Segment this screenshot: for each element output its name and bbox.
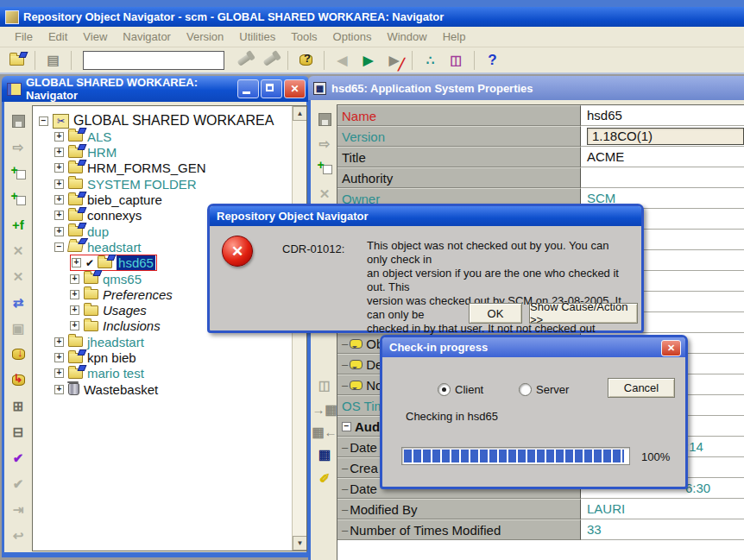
menu-edit[interactable]: Edit — [41, 28, 75, 46]
cancel-button[interactable]: Cancel — [608, 378, 675, 398]
tree-item-bieb-capture[interactable]: +bieb_capture — [33, 192, 162, 208]
menu-window[interactable]: Window — [379, 28, 434, 46]
check-in-button[interactable]: ✔ — [7, 473, 29, 494]
navigate-button[interactable]: ⇨ — [7, 136, 29, 157]
property-value[interactable]: ACME — [581, 147, 744, 167]
save-button[interactable] — [7, 110, 29, 131]
tree-item-wastebasket[interactable]: +Wastebasket — [33, 381, 158, 397]
to-grid-button[interactable]: →▦ — [313, 399, 336, 419]
tree-item-usages[interactable]: +Usages — [33, 303, 147, 318]
expand-icon[interactable]: + — [54, 163, 64, 173]
navigator-titlebar[interactable]: GLOBAL SHARED WORKAREA: Navigator ✕ — [2, 76, 309, 102]
tree-item-global-shared-workarea[interactable]: −✂GLOBAL SHARED WORKAREA — [33, 113, 274, 129]
download-objects-button[interactable]: ↓ — [7, 343, 29, 364]
property-value[interactable]: LAURI — [581, 499, 744, 519]
toolbar-text-input[interactable] — [83, 51, 224, 70]
properties-titlebar[interactable]: ▦ hsd65: Application System Properties — [308, 76, 744, 100]
menu-utilities[interactable]: Utilities — [231, 28, 283, 46]
expand-all-button[interactable]: ⊞ — [7, 395, 29, 416]
menu-options[interactable]: Options — [325, 28, 380, 46]
menu-navigator[interactable]: Navigator — [115, 28, 179, 46]
no-checkin-button[interactable]: ▶╱ — [382, 49, 406, 71]
property-value[interactable]: hsd65 — [581, 105, 744, 126]
create-child-button[interactable] — [7, 188, 29, 209]
print-button[interactable]: ▤ — [41, 49, 65, 71]
undo-checkout-button[interactable]: ↩ — [7, 525, 29, 545]
tree-item-system-folder[interactable]: +SYSTEM FOLDER — [33, 176, 197, 192]
tree-item-dup[interactable]: +dup — [33, 223, 109, 239]
from-grid-button[interactable]: ▦← — [313, 421, 336, 442]
menu-tools[interactable]: Tools — [283, 28, 325, 46]
help-button[interactable]: ? — [481, 49, 504, 71]
tree-item-inclusions[interactable]: +Inclusions — [33, 318, 161, 334]
forward-button[interactable]: ▶ — [356, 49, 380, 71]
expand-icon[interactable]: + — [72, 258, 81, 267]
expand-icon[interactable]: + — [54, 132, 64, 142]
menu-view[interactable]: View — [75, 28, 115, 46]
expand-icon[interactable]: + — [54, 211, 64, 220]
tree-item-preferences[interactable]: +Preferences — [33, 286, 173, 302]
navigate-button[interactable]: ⇨ — [313, 133, 336, 154]
minimize-button[interactable] — [237, 79, 259, 98]
server-radio[interactable] — [519, 383, 532, 396]
scroll-down-icon[interactable]: ▼ — [293, 536, 307, 551]
scroll-up-icon[interactable]: ▲ — [293, 106, 307, 121]
create-object-button[interactable] — [7, 162, 29, 183]
error-dialog-titlebar[interactable]: Repository Object Navigator — [210, 206, 641, 226]
grid-view-button[interactable]: ▦ — [313, 444, 336, 464]
delete-object-button[interactable]: ✕ — [313, 183, 336, 204]
find-objects-button[interactable]: ◫ — [445, 49, 468, 71]
maximize-button[interactable] — [261, 79, 282, 98]
search-edit-button[interactable] — [258, 49, 281, 71]
show-cause-action-button[interactable]: Show Cause/Action >> — [529, 303, 638, 324]
expand-icon[interactable]: + — [54, 368, 64, 378]
version-value-box[interactable]: 1.18CO(1) — [587, 128, 744, 145]
repository-help-button[interactable]: ? — [294, 49, 318, 71]
check-out-button[interactable]: ⇥ — [7, 499, 29, 519]
tree-item-connexys[interactable]: +connexys — [33, 208, 142, 223]
expand-icon[interactable]: + — [70, 305, 79, 315]
tree-item-als[interactable]: +ALS — [33, 129, 111, 144]
check-mark-button[interactable]: ✔ — [7, 447, 29, 468]
property-value[interactable]: 1.18CO(1) — [581, 126, 744, 147]
expand-icon[interactable]: + — [54, 148, 64, 157]
open-button[interactable] — [5, 49, 28, 71]
back-button[interactable]: ◀ — [331, 49, 354, 71]
main-titlebar[interactable]: Repository Object Navigator - scm - GLOB… — [0, 7, 744, 27]
property-value[interactable]: 33 — [581, 519, 744, 540]
property-value[interactable] — [581, 167, 744, 188]
tree-item-jheadstart[interactable]: +jheadstart — [33, 334, 144, 349]
save-button[interactable] — [313, 109, 336, 129]
copy-properties-button[interactable]: ◫ — [313, 374, 336, 395]
expand-icon[interactable]: + — [70, 290, 79, 299]
tree-item-hsd65[interactable]: +✔hsd65 — [33, 255, 157, 271]
progress-close-icon[interactable]: ✕ — [661, 340, 681, 356]
expand-icon[interactable]: + — [54, 385, 64, 394]
expand-icon[interactable]: + — [54, 195, 64, 204]
tree-item-headstart[interactable]: −headstart — [33, 239, 142, 255]
expand-icon[interactable]: + — [54, 227, 64, 236]
update-links-button[interactable]: ⇄ — [7, 292, 29, 312]
tree-item-kpn-bieb[interactable]: +kpn bieb — [33, 350, 136, 366]
close-button[interactable]: ✕ — [284, 79, 306, 98]
create-object-button[interactable] — [313, 157, 336, 178]
expand-icon[interactable]: + — [54, 353, 64, 362]
expand-icon[interactable]: + — [70, 274, 79, 284]
client-radio[interactable] — [438, 383, 451, 396]
menu-help[interactable]: Help — [435, 28, 474, 46]
collapse-icon[interactable]: − — [39, 116, 48, 126]
progress-dialog-titlebar[interactable]: Check-in progress ✕ — [382, 337, 685, 357]
pin-button[interactable]: ✐ — [313, 468, 336, 488]
delete-reference-button[interactable]: ✕ — [7, 266, 29, 286]
hierarchy-button[interactable]: ∴ — [419, 49, 442, 71]
lock-button[interactable]: ▣ — [7, 318, 29, 338]
search-new-button[interactable] — [232, 49, 255, 71]
collapse-icon[interactable]: − — [54, 242, 64, 252]
tree-item-mario-test[interactable]: +mario test — [33, 366, 144, 381]
ok-button[interactable]: OK — [469, 303, 522, 324]
expand-icon[interactable]: + — [70, 321, 79, 330]
tree-item-hrm-forms-gen[interactable]: +HRM_FORMS_GEN — [33, 160, 206, 176]
expand-icon[interactable]: + — [54, 337, 64, 347]
menu-file[interactable]: File — [7, 28, 41, 46]
download-workarea-button[interactable]: ↳ — [7, 369, 29, 390]
